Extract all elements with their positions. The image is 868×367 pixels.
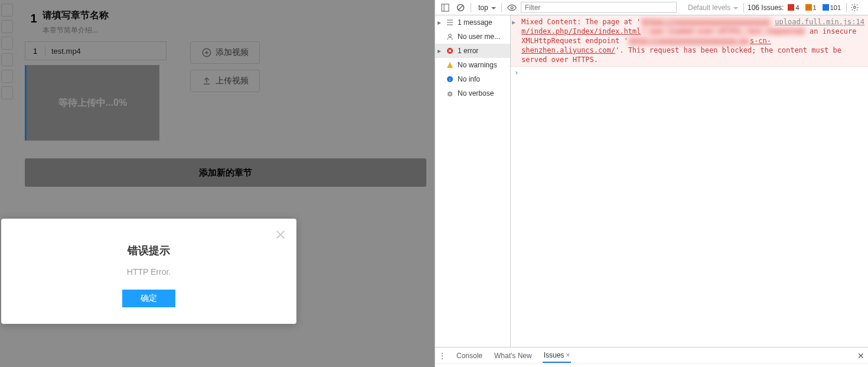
console-sidebar: ▸ 1 message No user me... ▸ 1 error No w…	[435, 15, 511, 347]
clear-console-button[interactable]	[454, 2, 467, 14]
live-expression-button[interactable]	[505, 2, 518, 14]
warning-badge-icon	[805, 4, 812, 11]
gear-icon	[850, 3, 859, 12]
drawer-close-button[interactable]: ✕	[857, 351, 864, 360]
sidebar-info[interactable]: i No info	[435, 72, 510, 86]
info-icon: i	[446, 75, 454, 83]
warning-icon	[446, 61, 454, 69]
ban-icon	[456, 4, 465, 12]
toggle-sidebar-button[interactable]	[439, 2, 452, 14]
info-count: 101	[830, 4, 841, 11]
error-badge-icon	[788, 4, 794, 11]
error-count: 4	[795, 4, 799, 11]
drawer-menu-button[interactable]: ⋮	[439, 352, 446, 360]
app-pane: + ▾ 1 请填写章节名称 本章节简单介绍... 1 test.mp4 等	[0, 0, 435, 367]
log-levels-selector[interactable]: Default levels	[684, 3, 740, 12]
panel-icon	[441, 4, 449, 12]
error-icon	[446, 47, 454, 55]
bug-icon	[446, 89, 454, 98]
svg-line-8	[458, 5, 463, 10]
svg-text:i: i	[449, 77, 451, 82]
drawer-tabs: ⋮ Console What's New Issues× ✕	[435, 347, 868, 363]
issues-label: 106 Issues:	[748, 4, 784, 12]
expand-caret-icon[interactable]: ▶	[512, 18, 515, 27]
prompt-caret-icon: ›	[514, 69, 518, 77]
issues-counter[interactable]: 106 Issues: 4 1 101	[748, 4, 843, 12]
console-toolbar: top Default levels 106 Issues: 4 1 101	[435, 0, 868, 15]
console-prompt[interactable]: ›	[511, 67, 868, 79]
tab-whatsnew[interactable]: What's New	[493, 349, 533, 362]
tab-issues[interactable]: Issues×	[543, 349, 572, 363]
sidebar-warnings[interactable]: No warnings	[435, 58, 510, 72]
context-selector[interactable]: top	[475, 3, 498, 12]
modal-close-button[interactable]	[274, 228, 287, 241]
info-badge-icon	[823, 4, 829, 11]
modal-ok-button[interactable]: 确定	[122, 290, 175, 307]
settings-button[interactable]	[850, 3, 864, 12]
sidebar-info-label: No info	[458, 75, 480, 83]
sidebar-warnings-label: No warnings	[458, 61, 497, 69]
tab-console[interactable]: Console	[455, 349, 484, 362]
svg-rect-5	[442, 4, 449, 11]
source-link[interactable]: upload.full.min.js:14	[775, 17, 864, 27]
sidebar-verbose-label: No verbose	[458, 89, 494, 98]
console-error-message[interactable]: ▶ upload.full.min.js:14 Mixed Content: T…	[511, 15, 868, 67]
console-output[interactable]: ▶ upload.full.min.js:14 Mixed Content: T…	[511, 15, 868, 347]
sidebar-messages-label: 1 message	[458, 18, 492, 27]
sidebar-verbose[interactable]: No verbose	[435, 86, 510, 100]
drawer-content	[435, 363, 868, 367]
error-modal: 错误提示 HTTP Error. 确定	[1, 219, 296, 324]
svg-point-10	[854, 7, 856, 9]
sidebar-usermsg-label: No user me...	[458, 33, 500, 41]
filter-input[interactable]	[521, 2, 677, 13]
modal-message: HTTP Error.	[1, 267, 296, 277]
eye-icon	[507, 4, 517, 12]
modal-title: 错误提示	[1, 243, 296, 258]
close-icon	[274, 228, 287, 241]
sidebar-usermsg[interactable]: No user me...	[435, 30, 510, 44]
list-icon	[446, 18, 454, 27]
sidebar-errors-label: 1 error	[458, 47, 478, 55]
svg-point-9	[511, 7, 513, 9]
warning-count: 1	[813, 4, 817, 11]
svg-point-14	[449, 34, 452, 37]
sidebar-messages[interactable]: ▸ 1 message	[435, 15, 510, 30]
tab-close-icon[interactable]: ×	[566, 351, 570, 359]
devtools-pane: top Default levels 106 Issues: 4 1 101 ▸…	[435, 0, 868, 367]
sidebar-errors[interactable]: ▸ 1 error	[435, 44, 510, 58]
user-icon	[446, 33, 454, 41]
